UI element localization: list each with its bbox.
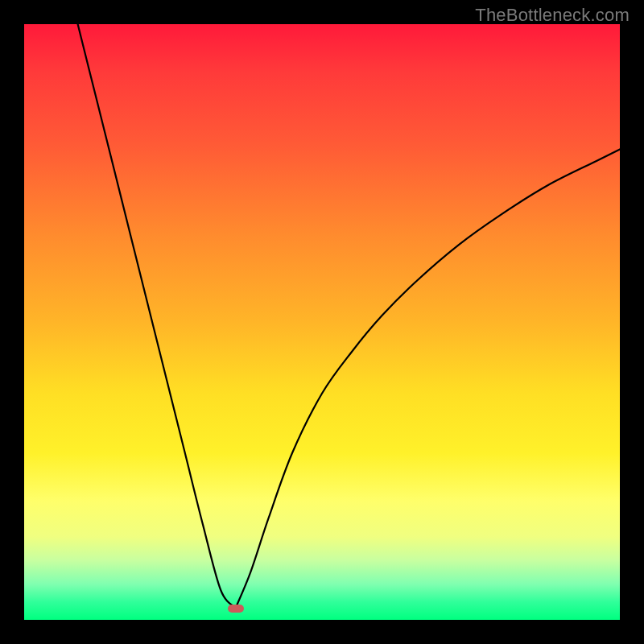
minimum-marker [228,605,244,613]
bottleneck-curve [24,24,620,620]
watermark-text: TheBottleneck.com [475,5,630,26]
chart-plot-area [24,24,620,620]
curve-path [78,24,620,608]
